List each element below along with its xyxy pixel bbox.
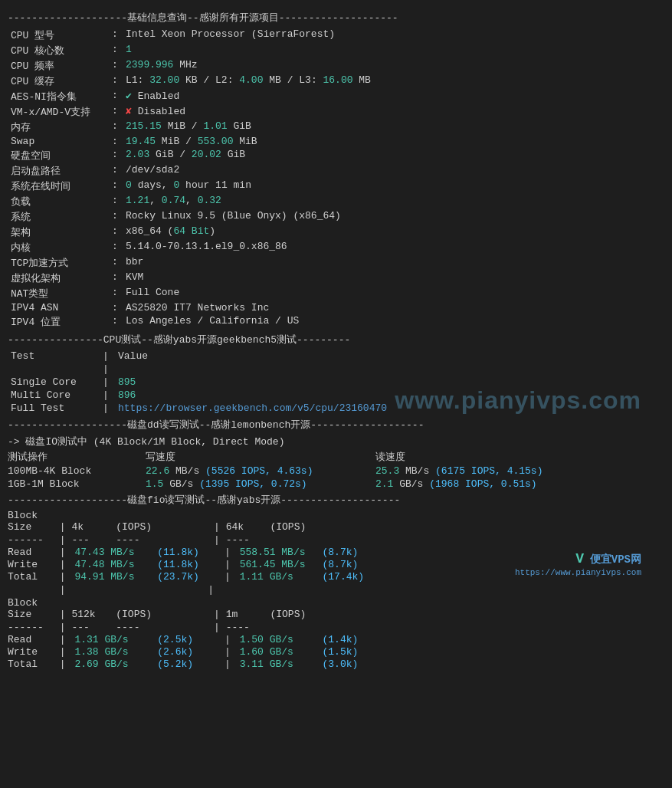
cpu-cores-value: 1 <box>123 43 664 58</box>
ipv4loc-label: IPV4 位置 <box>8 314 107 330</box>
nat-label: NAT类型 <box>8 286 107 301</box>
fio-detail1: (2.6k) <box>157 646 218 658</box>
fio-op: Read <box>8 547 54 558</box>
table-row: CPU 型号 : Intel Xeon Processor (SierraFor… <box>8 28 664 43</box>
multi-core-row: Multi Core | 896 <box>8 389 664 402</box>
bench-empty-row: | <box>8 363 664 376</box>
fio-op: Read <box>8 634 54 645</box>
io-write: 22.6 MB/s (5526 IOPS, 4.63s) <box>146 465 375 477</box>
single-core-value: 895 <box>115 376 664 389</box>
fio-512k-label: 512k <box>71 609 110 620</box>
fio-64k-label: 64k <box>226 521 264 533</box>
fio-1m-label: 1m <box>226 609 264 620</box>
boot-label: 启动盘路径 <box>8 163 107 179</box>
fio-detail2: (8.7k) <box>323 559 359 570</box>
swap-label: Swap <box>8 135 107 148</box>
table-row: 启动盘路径 : /dev/sda2 <box>8 163 664 179</box>
uptime-label: 系统在线时间 <box>8 179 107 194</box>
colon: : <box>107 314 123 330</box>
colon: : <box>107 194 123 209</box>
io-subtitle: -> 磁盘IO测试中 (4K Block/1M Block, Direct Mo… <box>8 435 664 448</box>
colon: : <box>107 271 123 286</box>
table-row: 架构 : x86_64 (64 Bit) <box>8 225 664 240</box>
multi-core-label: Multi Core <box>8 389 100 402</box>
fio-row: ------ | --- ---- | ---- <box>8 622 664 633</box>
load-value: 1.21, 0.74, 0.32 <box>123 194 664 209</box>
fio-row: Total | 2.69 GB/s (5.2k) | 3.11 GB/s (3.… <box>8 658 664 670</box>
arch-value: x86_64 (64 Bit) <box>123 225 664 240</box>
fio-val2: 561.45 MB/s <box>240 559 316 570</box>
colon: : <box>107 120 123 135</box>
colon: : <box>107 255 123 271</box>
cpu-cache-label: CPU 缓存 <box>8 74 107 89</box>
colon: : <box>107 240 123 255</box>
kernel-label: 内核 <box>8 240 107 255</box>
table-row: AES-NI指令集 : ✔ Enabled <box>8 89 664 104</box>
cpu-type-value: Intel Xeon Processor (SierraForest) <box>123 28 664 43</box>
section1-header: --------------------基础信息查询--感谢所有开源项目----… <box>8 11 664 25</box>
io-read-header: 读速度 <box>375 450 405 464</box>
colon: : <box>107 74 123 89</box>
cpu-type-label: CPU 型号 <box>8 28 107 43</box>
pipe: | <box>100 402 115 415</box>
fio-detail2: (8.7k) <box>323 547 359 558</box>
mem-label: 内存 <box>8 120 107 135</box>
fio-header-4k: Block Size | 4k (IOPS) | 64k (IOPS) <box>8 510 664 533</box>
io-row: 1GB-1M Block 1.5 GB/s (1395 IOPS, 0.72s)… <box>8 478 664 490</box>
pipe: | <box>100 350 115 363</box>
table-row: 虚拟化架构 : KVM <box>8 271 664 286</box>
table-row: CPU 缓存 : L1: 32.00 KB / L2: 4.00 MB / L3… <box>8 74 664 89</box>
cpu-cache-value: L1: 32.00 KB / L2: 4.00 MB / L3: 16.00 M… <box>123 74 664 89</box>
arch-label: 架构 <box>8 225 107 240</box>
fio-val1: 47.48 MB/s <box>74 559 151 570</box>
fio-iops4k: (IOPS) <box>116 521 208 533</box>
section4-header: --------------------磁盘fio读写测试--感谢yabs开源-… <box>8 493 664 507</box>
vmx-label: VM-x/AMD-V支持 <box>8 104 107 120</box>
empty <box>8 363 100 376</box>
disk-value: 2.03 GiB / 20.02 GiB <box>123 148 664 163</box>
disk-label: 硬盘空间 <box>8 148 107 163</box>
colon: : <box>107 135 123 148</box>
table-row: 硬盘空间 : 2.03 GiB / 20.02 GiB <box>8 148 664 163</box>
fio-detail2: (3.0k) <box>323 658 359 670</box>
table-row: 系统在线时间 : 0 days, 0 hour 11 min <box>8 179 664 194</box>
logo-v-icon: V <box>575 551 584 566</box>
fio-op: Write <box>8 646 54 658</box>
virt-label: 虚拟化架构 <box>8 271 107 286</box>
mem-value: 215.15 MiB / 1.01 GiB <box>123 120 664 135</box>
table-row: IPV4 ASN : AS25820 IT7 Networks Inc <box>8 301 664 314</box>
colon: : <box>107 225 123 240</box>
fio-iops64k: (IOPS) <box>270 521 306 533</box>
single-core-label: Single Core <box>8 376 100 389</box>
fio-detail1: (2.5k) <box>157 634 218 645</box>
fio-val1: 47.43 MB/s <box>74 547 151 558</box>
bench-header-row: Test | Value <box>8 350 664 363</box>
fio-iops1m: (IOPS) <box>270 609 306 620</box>
check-icon: ✔ <box>126 90 132 102</box>
table-row: CPU 核心数 : 1 <box>8 43 664 58</box>
x-icon: ✘ <box>126 106 132 117</box>
colon: : <box>107 28 123 43</box>
fio-op: Total <box>8 571 54 583</box>
single-core-row: Single Core | 895 <box>8 376 664 389</box>
value-col-header: Value <box>115 350 664 363</box>
cpu-freq-value: 2399.996 MHz <box>123 58 664 74</box>
fio-4k-label: 4k <box>71 521 110 533</box>
table-row: 负载 : 1.21, 0.74, 0.32 <box>8 194 664 209</box>
colon: : <box>107 301 123 314</box>
fio-val1: 1.38 GB/s <box>74 646 151 658</box>
cpu-freq-label: CPU 频率 <box>8 58 107 74</box>
section2-header: ----------------CPU测试--感谢yabs开源geekbench… <box>8 333 664 346</box>
test-col-header: Test <box>8 350 100 363</box>
fio-val1: 1.31 GB/s <box>74 634 151 645</box>
io-read: 2.1 GB/s (1968 IOPS, 0.51s) <box>375 478 537 490</box>
logo-url: https://www.pianyivps.com <box>515 568 641 577</box>
pipe: | <box>100 389 115 402</box>
table-row: VM-x/AMD-V支持 : ✘ Disabled <box>8 104 664 120</box>
table-row: 内核 : 5.14.0-70.13.1.el9_0.x86_86 <box>8 240 664 255</box>
table-row: 系统 : Rocky Linux 9.5 (Blue Onyx) (x86_64… <box>8 209 664 225</box>
full-test-value: https://browser.geekbench.com/v5/cpu/231… <box>115 402 664 415</box>
fio-bs-label2: Block Size <box>8 597 54 620</box>
fio-val2: 3.11 GB/s <box>240 658 316 670</box>
full-test-row: Full Test | https://browser.geekbench.co… <box>8 402 664 415</box>
